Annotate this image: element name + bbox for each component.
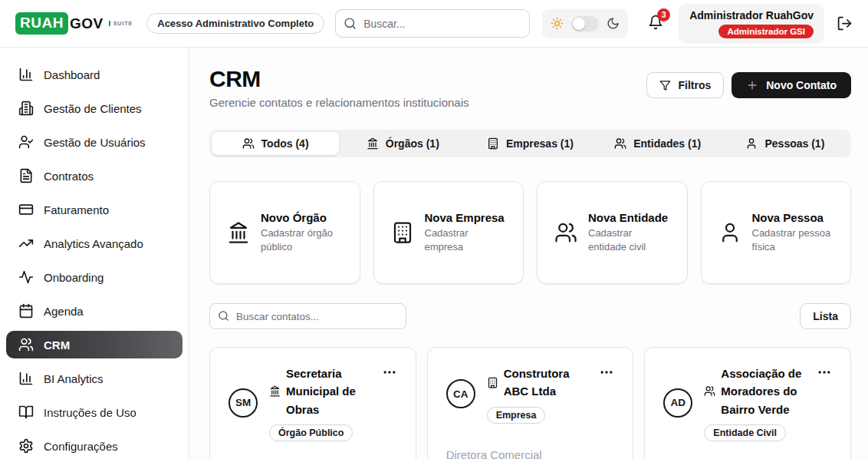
landmark-icon	[269, 385, 281, 397]
sidebar-nav: Dashboard Gestão de Clientes Gestão de U…	[0, 48, 189, 459]
contact-card[interactable]: CA Construtora ABC Ltda Empresa Diretora…	[427, 347, 634, 459]
page-header: CRM Gerencie contatos e relacionamentos …	[209, 66, 851, 109]
book-open-icon	[18, 405, 34, 420]
contact-card[interactable]: AD Associação de Moradores do Bairro Ver…	[644, 347, 851, 459]
quick-action-card[interactable]: Novo Órgão Cadastrar órgão público	[209, 181, 360, 284]
ellipsis-icon[interactable]	[599, 365, 614, 380]
sidebar-item[interactable]: Contratos	[6, 162, 182, 190]
user-check-icon	[18, 134, 34, 150]
contact-role: Diretora Comercial	[446, 448, 615, 459]
credit-card-icon	[18, 202, 34, 217]
contact-type-badge: Entidade Civil	[704, 424, 786, 441]
building-2-icon	[18, 101, 34, 116]
sidebar-item-label: Faturamento	[44, 203, 109, 216]
tab[interactable]: Entidades (1)	[594, 132, 722, 155]
landmark-icon	[367, 137, 379, 150]
contact-avatar: CA	[446, 379, 475, 408]
sidebar-item[interactable]: Gestão de Usuários	[6, 128, 182, 156]
moon-icon	[607, 17, 620, 30]
sidebar-item-label: Dashboard	[44, 68, 100, 81]
ellipsis-icon[interactable]	[817, 365, 832, 380]
tab[interactable]: Empresas (1)	[466, 132, 593, 155]
sidebar-item-label: CRM	[44, 338, 70, 352]
file-text-icon	[18, 168, 34, 183]
users-icon	[614, 137, 626, 150]
logo-suffix: SUITE	[109, 21, 133, 26]
tab[interactable]: Todos (4)	[212, 132, 339, 155]
tab[interactable]: Órgãos (1)	[339, 132, 466, 155]
users-icon	[704, 385, 715, 397]
sidebar-item[interactable]: CRM	[6, 331, 182, 358]
contacts-grid: SM Secretaria Municipal de Obras Órgão P…	[209, 347, 851, 459]
user-role-badge: Administrador GSI	[718, 25, 814, 38]
theme-toggle-group	[542, 9, 628, 38]
tab-label: Todos (4)	[261, 137, 309, 150]
new-contact-button[interactable]: Novo Contato	[732, 72, 851, 98]
logo-gov: GOV	[70, 15, 104, 32]
sidebar-item[interactable]: Instruções de Uso	[6, 398, 182, 426]
quick-action-card[interactable]: Nova Empresa Cadastrar empresa	[373, 181, 524, 284]
tab-label: Órgãos (1)	[386, 137, 439, 150]
app-logo[interactable]: RUAH GOV SUITE	[15, 12, 133, 35]
users-icon	[242, 137, 255, 150]
ellipsis-icon[interactable]	[382, 365, 397, 380]
sidebar-item[interactable]: BI Analytics	[6, 365, 182, 392]
sidebar-item[interactable]: Configurações	[6, 432, 182, 459]
users-icon	[554, 221, 577, 244]
quick-action-card[interactable]: Nova Pessoa Cadastrar pessoa física	[701, 181, 852, 284]
quick-action-title: Nova Empresa	[425, 211, 510, 224]
landmark-icon	[227, 221, 250, 244]
theme-switch[interactable]	[571, 16, 599, 31]
sidebar-item[interactable]: Faturamento	[6, 196, 182, 223]
sun-icon	[551, 17, 564, 30]
sidebar-item[interactable]: Dashboard	[6, 61, 182, 88]
tab-label: Empresas (1)	[506, 137, 574, 150]
notification-count-badge: 3	[657, 8, 670, 21]
sidebar-item[interactable]: Agenda	[6, 297, 182, 325]
quick-actions: Novo Órgão Cadastrar órgão público Nova …	[209, 181, 851, 284]
contacts-search-input[interactable]	[209, 303, 406, 329]
sidebar-item[interactable]: Analytics Avançado	[6, 230, 182, 257]
log-out-icon[interactable]	[837, 15, 853, 31]
top-header: RUAH GOV SUITE Acesso Administrativo Com…	[0, 0, 868, 48]
search-icon	[218, 310, 229, 322]
contact-type-tabs: Todos (4) Órgãos (1) Empresas (1) Entida…	[209, 130, 851, 157]
sidebar-item[interactable]: Onboarding	[6, 263, 182, 291]
building-icon	[391, 221, 414, 244]
building-icon	[487, 377, 498, 388]
quick-action-subtitle: Cadastrar empresa	[425, 226, 510, 253]
quick-action-title: Nova Entidade	[588, 211, 673, 224]
sidebar-item-label: Gestão de Usuários	[44, 136, 146, 149]
chart-column-icon	[18, 67, 34, 82]
tab[interactable]: Pessoas (1)	[722, 132, 849, 155]
global-search	[335, 9, 530, 38]
quick-action-subtitle: Cadastrar pessoa física	[752, 226, 837, 253]
quick-action-subtitle: Cadastrar entidade civil	[588, 226, 673, 253]
page-title: CRM	[209, 66, 469, 92]
sidebar-item[interactable]: Gestão de Clientes	[6, 94, 182, 122]
contact-name: Construtora ABC Ltda	[504, 365, 588, 401]
quick-action-title: Nova Pessoa	[752, 211, 837, 224]
user-menu[interactable]: Administrador RuahGov Administrador GSI	[679, 4, 824, 44]
user-icon	[745, 137, 758, 150]
building-icon	[487, 137, 499, 150]
notifications-button[interactable]: 3	[648, 15, 663, 33]
users-icon	[18, 337, 34, 352]
chart-column-icon	[18, 371, 34, 386]
contacts-search	[209, 303, 406, 329]
search-icon	[344, 17, 357, 30]
tab-label: Entidades (1)	[633, 137, 701, 150]
trending-up-icon	[18, 236, 34, 251]
filters-button[interactable]: Filtros	[646, 72, 724, 98]
list-view-button[interactable]: Lista	[800, 303, 851, 329]
switch-knob	[573, 18, 585, 30]
contact-avatar: AD	[663, 388, 692, 418]
global-search-input[interactable]	[335, 9, 530, 38]
sidebar-item-label: BI Analytics	[44, 372, 104, 385]
contact-card[interactable]: SM Secretaria Municipal de Obras Órgão P…	[209, 347, 416, 459]
sidebar-item-label: Gestão de Clientes	[44, 102, 142, 115]
quick-action-card[interactable]: Nova Entidade Cadastrar entidade civil	[537, 181, 688, 284]
tab-label: Pessoas (1)	[764, 137, 824, 150]
activity-icon	[18, 269, 34, 285]
user-name: Administrador RuahGov	[689, 9, 814, 21]
